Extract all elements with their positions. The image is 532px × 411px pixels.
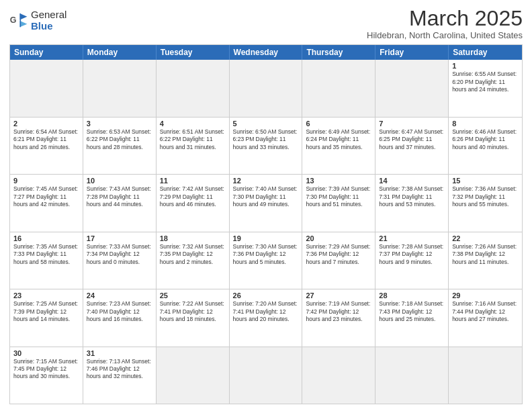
title-area: March 2025 Hildebran, North Carolina, Un… [367,7,523,40]
day-info: Sunrise: 7:16 AM Sunset: 7:44 PM Dayligh… [452,300,519,323]
page: G General Blue March 2025 Hildebran, Nor… [0,0,532,411]
day-number: 17 [87,234,152,242]
day-number: 2 [13,120,79,128]
day-info: Sunrise: 7:39 AM Sunset: 7:30 PM Dayligh… [306,185,371,208]
day-number: 25 [160,291,226,300]
day-info: Sunrise: 7:43 AM Sunset: 7:28 PM Dayligh… [87,185,152,208]
day-info: Sunrise: 6:53 AM Sunset: 6:22 PM Dayligh… [87,128,152,151]
day-info: Sunrise: 7:33 AM Sunset: 7:34 PM Dayligh… [87,243,152,266]
day-info: Sunrise: 6:50 AM Sunset: 6:23 PM Dayligh… [233,128,299,151]
calendar-cell: 23Sunrise: 7:25 AM Sunset: 7:39 PM Dayli… [10,289,83,346]
day-info: Sunrise: 7:20 AM Sunset: 7:41 PM Dayligh… [233,300,299,323]
header: G General Blue March 2025 Hildebran, Nor… [9,7,523,40]
calendar-row-3: 9Sunrise: 7:45 AM Sunset: 7:27 PM Daylig… [10,175,522,232]
day-info: Sunrise: 7:15 AM Sunset: 7:45 PM Dayligh… [13,358,79,381]
calendar-cell: 21Sunrise: 7:28 AM Sunset: 7:37 PM Dayli… [375,232,449,289]
day-number: 6 [306,120,371,128]
day-number: 7 [379,120,445,128]
day-number: 15 [452,177,519,185]
calendar-cell: 29Sunrise: 7:16 AM Sunset: 7:44 PM Dayli… [449,289,522,346]
day-number: 31 [87,349,152,357]
calendar-body: 1Sunrise: 6:55 AM Sunset: 6:20 PM Daylig… [10,60,522,404]
calendar-cell [449,347,522,404]
header-cell-tuesday: Tuesday [157,45,230,60]
day-number: 21 [379,234,445,242]
calendar-cell: 31Sunrise: 7:13 AM Sunset: 7:46 PM Dayli… [83,347,157,404]
logo: G General Blue [9,9,66,32]
calendar-cell: 28Sunrise: 7:18 AM Sunset: 7:43 PM Dayli… [375,289,449,346]
logo-blue: Blue [31,20,53,32]
calendar-cell: 4Sunrise: 6:51 AM Sunset: 6:22 PM Daylig… [157,118,230,174]
day-number: 30 [13,349,79,357]
calendar-cell: 11Sunrise: 7:42 AM Sunset: 7:29 PM Dayli… [157,175,230,231]
day-number: 20 [306,234,371,242]
day-info: Sunrise: 7:29 AM Sunset: 7:36 PM Dayligh… [306,243,371,266]
svg-rect-4 [20,13,21,27]
calendar-cell [230,347,303,404]
month-title: March 2025 [367,7,523,30]
calendar-cell: 12Sunrise: 7:40 AM Sunset: 7:30 PM Dayli… [230,175,303,231]
calendar-cell: 6Sunrise: 6:49 AM Sunset: 6:24 PM Daylig… [302,118,375,174]
calendar-cell: 22Sunrise: 7:26 AM Sunset: 7:38 PM Dayli… [449,232,522,289]
day-info: Sunrise: 6:51 AM Sunset: 6:22 PM Dayligh… [160,128,226,151]
day-number: 19 [233,234,299,242]
day-number: 27 [306,291,371,300]
calendar-cell: 10Sunrise: 7:43 AM Sunset: 7:28 PM Dayli… [83,175,157,231]
calendar-cell: 15Sunrise: 7:36 AM Sunset: 7:32 PM Dayli… [449,175,522,231]
day-info: Sunrise: 7:18 AM Sunset: 7:43 PM Dayligh… [379,300,445,323]
day-info: Sunrise: 7:40 AM Sunset: 7:30 PM Dayligh… [233,185,299,208]
header-cell-wednesday: Wednesday [230,45,303,60]
day-number: 24 [87,291,152,300]
day-number: 3 [87,120,152,128]
day-info: Sunrise: 6:49 AM Sunset: 6:24 PM Dayligh… [306,128,371,151]
calendar-cell [375,60,449,116]
calendar-cell: 5Sunrise: 6:50 AM Sunset: 6:23 PM Daylig… [230,118,303,174]
calendar-cell: 26Sunrise: 7:20 AM Sunset: 7:41 PM Dayli… [230,289,303,346]
day-info: Sunrise: 7:30 AM Sunset: 7:36 PM Dayligh… [233,243,299,266]
day-info: Sunrise: 7:26 AM Sunset: 7:38 PM Dayligh… [452,243,519,266]
day-info: Sunrise: 7:23 AM Sunset: 7:40 PM Dayligh… [87,300,152,323]
day-info: Sunrise: 6:55 AM Sunset: 6:20 PM Dayligh… [452,71,519,93]
calendar-cell [230,60,303,116]
day-number: 13 [306,177,371,185]
calendar-cell: 17Sunrise: 7:33 AM Sunset: 7:34 PM Dayli… [83,232,157,289]
day-info: Sunrise: 7:38 AM Sunset: 7:31 PM Dayligh… [379,185,445,208]
header-cell-sunday: Sunday [10,45,83,60]
calendar-cell: 3Sunrise: 6:53 AM Sunset: 6:22 PM Daylig… [83,118,157,174]
calendar-cell: 27Sunrise: 7:19 AM Sunset: 7:42 PM Dayli… [302,289,375,346]
logo-text: General Blue [31,9,66,32]
calendar-row-6: 30Sunrise: 7:15 AM Sunset: 7:45 PM Dayli… [10,347,522,404]
day-number: 26 [233,291,299,300]
calendar-row-5: 23Sunrise: 7:25 AM Sunset: 7:39 PM Dayli… [10,289,522,347]
day-number: 14 [379,177,445,185]
calendar-cell: 19Sunrise: 7:30 AM Sunset: 7:36 PM Dayli… [230,232,303,289]
calendar-cell: 18Sunrise: 7:32 AM Sunset: 7:35 PM Dayli… [157,232,230,289]
svg-text:G: G [10,15,17,25]
location: Hildebran, North Carolina, United States [367,30,523,40]
calendar-row-1: 1Sunrise: 6:55 AM Sunset: 6:20 PM Daylig… [10,60,522,117]
day-number: 5 [233,120,299,128]
day-info: Sunrise: 6:46 AM Sunset: 6:26 PM Dayligh… [452,128,519,151]
calendar-cell: 13Sunrise: 7:39 AM Sunset: 7:30 PM Dayli… [302,175,375,231]
day-info: Sunrise: 7:32 AM Sunset: 7:35 PM Dayligh… [160,243,226,266]
calendar-cell: 2Sunrise: 6:54 AM Sunset: 6:21 PM Daylig… [10,118,83,174]
day-info: Sunrise: 7:36 AM Sunset: 7:32 PM Dayligh… [452,185,519,208]
day-number: 16 [13,234,79,242]
calendar-cell: 20Sunrise: 7:29 AM Sunset: 7:36 PM Dayli… [302,232,375,289]
day-info: Sunrise: 6:47 AM Sunset: 6:25 PM Dayligh… [379,128,445,151]
calendar-row-4: 16Sunrise: 7:35 AM Sunset: 7:33 PM Dayli… [10,232,522,289]
calendar-cell: 8Sunrise: 6:46 AM Sunset: 6:26 PM Daylig… [449,118,522,174]
calendar-header-row: SundayMondayTuesdayWednesdayThursdayFrid… [10,45,522,60]
calendar-cell: 24Sunrise: 7:23 AM Sunset: 7:40 PM Dayli… [83,289,157,346]
day-number: 22 [452,234,519,242]
day-number: 1 [452,62,519,70]
day-number: 9 [13,177,79,185]
calendar-cell: 1Sunrise: 6:55 AM Sunset: 6:20 PM Daylig… [449,60,522,116]
calendar: SundayMondayTuesdayWednesdayThursdayFrid… [9,44,523,404]
day-number: 12 [233,177,299,185]
calendar-cell: 30Sunrise: 7:15 AM Sunset: 7:45 PM Dayli… [10,347,83,404]
calendar-cell [375,347,449,404]
day-info: Sunrise: 6:54 AM Sunset: 6:21 PM Dayligh… [13,128,79,151]
logo-general: General [31,9,66,21]
day-number: 28 [379,291,445,300]
